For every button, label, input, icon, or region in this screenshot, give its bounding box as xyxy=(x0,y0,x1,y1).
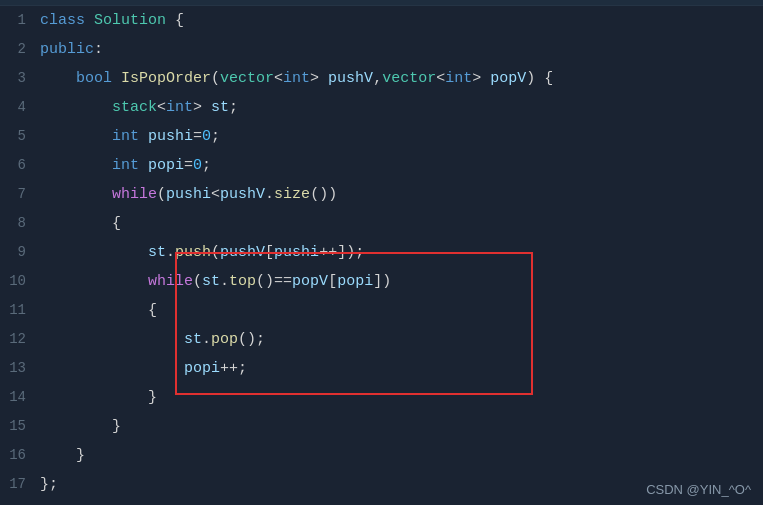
code-line: 13 popi++; xyxy=(0,354,763,383)
line-content: } xyxy=(36,413,763,441)
code-line: 16 } xyxy=(0,441,763,470)
line-number: 15 xyxy=(0,412,36,440)
line-content: { xyxy=(36,210,763,238)
line-content: } xyxy=(36,384,763,412)
code-line: 1class Solution { xyxy=(0,6,763,35)
line-number: 2 xyxy=(0,35,36,63)
line-content: stack<int> st; xyxy=(36,94,763,122)
line-content: popi++; xyxy=(36,355,763,383)
line-content: class Solution { xyxy=(36,7,763,35)
code-line: 10 while(st.top()==popV[popi]) xyxy=(0,267,763,296)
code-line: 4 stack<int> st; xyxy=(0,93,763,122)
line-content: while(pushi<pushV.size()) xyxy=(36,181,763,209)
code-editor: 1class Solution {2public:3 bool IsPopOrd… xyxy=(0,0,763,505)
line-number: 10 xyxy=(0,267,36,295)
line-number: 3 xyxy=(0,64,36,92)
line-content: public: xyxy=(36,36,763,64)
code-line: 3 bool IsPopOrder(vector<int> pushV,vect… xyxy=(0,64,763,93)
line-content: st.push(pushV[pushi++]); xyxy=(36,239,763,267)
line-content: int pushi=0; xyxy=(36,123,763,151)
line-number: 12 xyxy=(0,325,36,353)
line-number: 8 xyxy=(0,209,36,237)
code-line: 7 while(pushi<pushV.size()) xyxy=(0,180,763,209)
line-number: 14 xyxy=(0,383,36,411)
line-number: 6 xyxy=(0,151,36,179)
watermark: CSDN @YIN_^O^ xyxy=(646,482,751,497)
code-line: 14 } xyxy=(0,383,763,412)
line-number: 13 xyxy=(0,354,36,382)
code-line: 15 } xyxy=(0,412,763,441)
code-content: 1class Solution {2public:3 bool IsPopOrd… xyxy=(0,6,763,499)
code-line: 5 int pushi=0; xyxy=(0,122,763,151)
line-content: int popi=0; xyxy=(36,152,763,180)
line-number: 16 xyxy=(0,441,36,469)
line-number: 1 xyxy=(0,6,36,34)
code-line: 9 st.push(pushV[pushi++]); xyxy=(0,238,763,267)
line-content: { xyxy=(36,297,763,325)
code-line: 12 st.pop(); xyxy=(0,325,763,354)
line-number: 4 xyxy=(0,93,36,121)
code-line: 6 int popi=0; xyxy=(0,151,763,180)
code-line: 8 { xyxy=(0,209,763,238)
line-number: 11 xyxy=(0,296,36,324)
code-line: 2public: xyxy=(0,35,763,64)
line-number: 17 xyxy=(0,470,36,498)
line-number: 9 xyxy=(0,238,36,266)
line-content: bool IsPopOrder(vector<int> pushV,vector… xyxy=(36,65,763,93)
line-content: while(st.top()==popV[popi]) xyxy=(36,268,763,296)
line-number: 7 xyxy=(0,180,36,208)
line-content: } xyxy=(36,442,763,470)
code-line: 11 { xyxy=(0,296,763,325)
line-number: 5 xyxy=(0,122,36,150)
line-content: st.pop(); xyxy=(36,326,763,354)
